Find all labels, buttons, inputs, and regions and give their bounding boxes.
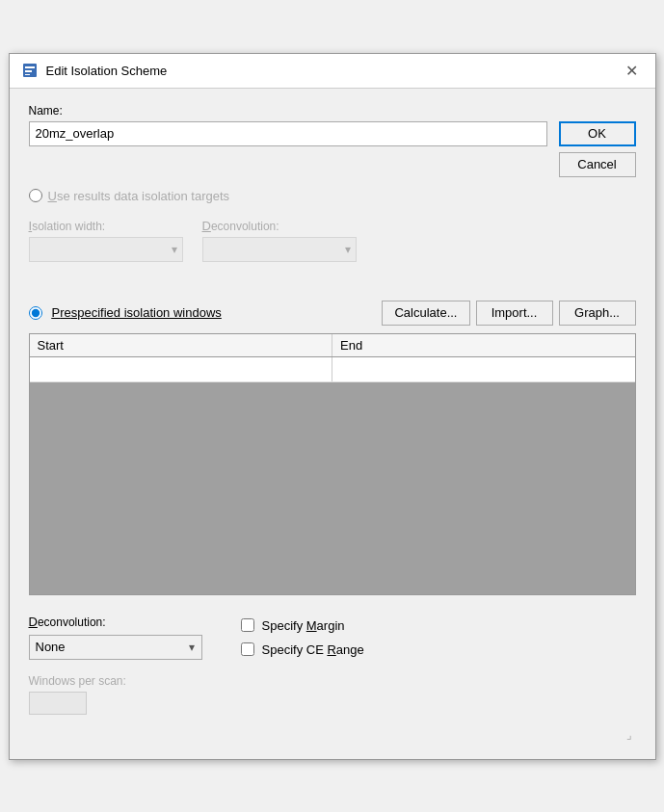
deconvolution-top-wrapper bbox=[202, 237, 357, 262]
deconvolution-bottom-section: Deconvolution: None Option1 bbox=[29, 615, 202, 660]
specify-margin-checkbox[interactable] bbox=[241, 618, 254, 632]
isolation-width-select bbox=[29, 237, 183, 262]
table-empty-area bbox=[30, 382, 635, 594]
use-results-radio[interactable] bbox=[29, 189, 42, 202]
specify-margin-label: Specify Margin bbox=[262, 618, 345, 633]
prespecified-label: Prespecified isolation windows bbox=[52, 305, 222, 320]
specify-ce-range-checkbox[interactable] bbox=[241, 642, 254, 656]
graph-button[interactable]: Graph... bbox=[559, 301, 636, 326]
cancel-button[interactable]: Cancel bbox=[559, 152, 636, 177]
resize-icon: ⌟ bbox=[626, 728, 632, 742]
name-label: Name: bbox=[29, 104, 547, 118]
svg-rect-3 bbox=[25, 74, 30, 75]
prespecified-radio[interactable] bbox=[29, 306, 42, 320]
header-buttons: Calculate... Import... Graph... bbox=[382, 301, 635, 326]
specify-margin-row: Specify Margin bbox=[241, 618, 364, 633]
calculate-button[interactable]: Calculate... bbox=[382, 301, 469, 326]
isolation-width-group: Isolation width: bbox=[29, 219, 183, 262]
windows-per-scan-label: Windows per scan: bbox=[29, 674, 126, 688]
table-cell-start-empty[interactable] bbox=[30, 357, 333, 381]
table-col-start: Start bbox=[30, 334, 333, 356]
section-separator bbox=[29, 274, 636, 289]
resize-handle-row: ⌟ bbox=[29, 726, 636, 744]
deconvolution-top-label: Deconvolution: bbox=[202, 219, 357, 233]
deconvolution-bottom-select[interactable]: None Option1 bbox=[29, 635, 202, 660]
isolation-width-label: Isolation width: bbox=[29, 219, 183, 233]
name-form-row: Name: bbox=[29, 104, 547, 146]
prespecified-header: Prespecified isolation windows Calculate… bbox=[29, 301, 636, 326]
isolation-scheme-icon bbox=[21, 62, 39, 79]
left-bottom: Deconvolution: None Option1 Windows per … bbox=[29, 615, 202, 715]
prespecified-section: Prespecified isolation windows Calculate… bbox=[29, 301, 636, 595]
title-bar-left: Edit Isolation Scheme bbox=[21, 62, 168, 79]
dialog-body: Name: OK Cancel Use results data isolati… bbox=[10, 89, 655, 759]
windows-per-scan-input bbox=[29, 692, 87, 715]
table-header: Start End bbox=[30, 334, 635, 357]
table-col-end: End bbox=[332, 334, 635, 356]
import-button[interactable]: Import... bbox=[476, 301, 553, 326]
disabled-dropdowns-row: Isolation width: Deconvolution: bbox=[29, 219, 636, 262]
specify-ce-range-label: Specify CE Range bbox=[262, 642, 364, 657]
name-section: Name: bbox=[29, 104, 547, 146]
table-cell-end-empty[interactable] bbox=[332, 357, 635, 381]
use-results-label: Use results data isolation targets bbox=[48, 189, 230, 203]
table-empty-row bbox=[30, 357, 635, 382]
checkbox-section: Specify Margin Specify CE Range bbox=[241, 615, 364, 657]
isolation-windows-table: Start End bbox=[29, 333, 636, 595]
dialog-title: Edit Isolation Scheme bbox=[46, 64, 168, 78]
deconvolution-top-select bbox=[202, 237, 357, 262]
top-row: Name: OK Cancel bbox=[29, 104, 636, 177]
specify-ce-range-row: Specify CE Range bbox=[241, 642, 364, 657]
title-bar: Edit Isolation Scheme ✕ bbox=[10, 54, 655, 89]
svg-rect-1 bbox=[25, 66, 35, 68]
name-input[interactable] bbox=[29, 121, 547, 146]
close-button[interactable]: ✕ bbox=[621, 59, 644, 82]
use-results-option: Use results data isolation targets bbox=[29, 189, 636, 203]
svg-rect-2 bbox=[25, 70, 32, 72]
ok-cancel-section: OK Cancel bbox=[559, 104, 636, 177]
bottom-section: Deconvolution: None Option1 Windows per … bbox=[29, 615, 636, 715]
ok-button[interactable]: OK bbox=[559, 121, 636, 146]
windows-per-scan-section: Windows per scan: bbox=[29, 673, 202, 715]
deconv-dropdown-wrapper: None Option1 bbox=[29, 635, 202, 660]
dialog-container: Edit Isolation Scheme ✕ Name: OK Cancel … bbox=[9, 53, 656, 760]
isolation-width-wrapper bbox=[29, 237, 183, 262]
deconvolution-bottom-label: Deconvolution: bbox=[29, 615, 202, 629]
deconvolution-top-group: Deconvolution: bbox=[202, 219, 357, 262]
